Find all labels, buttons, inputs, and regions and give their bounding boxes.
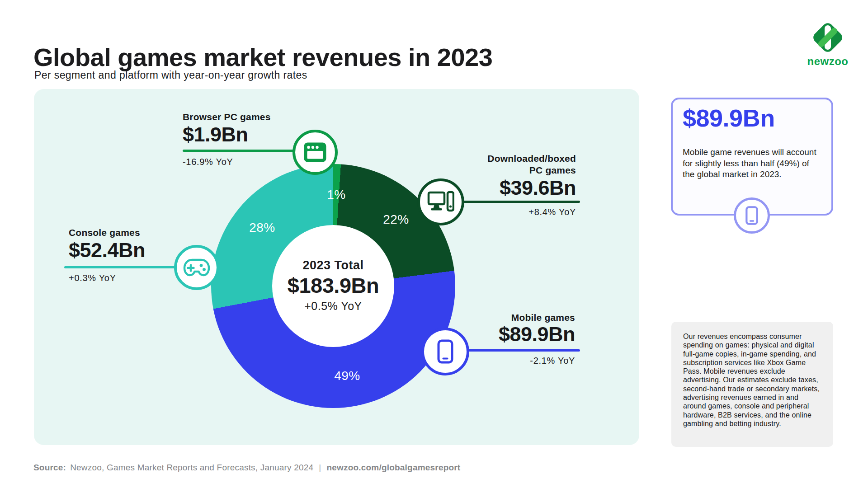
source-label: Source: xyxy=(33,463,66,473)
browser-window-icon xyxy=(303,142,327,163)
global-games-report-link[interactable]: newzoo.com/globalgamesreport xyxy=(326,463,460,473)
segment-value-console: $52.4Bn xyxy=(69,239,145,262)
donut-center-total: 2023 Total $183.9Bn +0.5% YoY xyxy=(265,258,401,314)
desktop-pc-icon xyxy=(427,191,454,213)
segment-yoy-downloaded: +8.4% YoY xyxy=(486,207,576,217)
segment-value-mobile: $89.9Bn xyxy=(462,323,575,346)
smartphone-icon xyxy=(745,205,758,226)
segment-yoy-browser: -16.9% YoY xyxy=(183,157,233,167)
footer-separator: | xyxy=(317,463,322,473)
newzoo-wordmark: newzoo xyxy=(800,55,856,68)
smartphone-icon xyxy=(437,339,453,364)
segment-icon-circle-console xyxy=(174,245,219,290)
source-text: Newzoo, Games Market Reports and Forecas… xyxy=(70,463,313,473)
methodology-note-text: Our revenues encompass consumer spending… xyxy=(683,332,821,428)
methodology-note-box: Our revenues encompass consumer spending… xyxy=(671,322,833,447)
source-footer: Source: Newzoo, Games Market Reports and… xyxy=(33,463,460,473)
total-value: $183.9Bn xyxy=(265,273,401,298)
slice-share-downloaded: 22% xyxy=(383,212,409,227)
page-title: Global games market revenues in 2023 xyxy=(33,42,492,72)
segment-yoy-mobile: -2.1% YoY xyxy=(471,356,575,366)
highlight-badge-circle xyxy=(734,197,770,234)
segment-name-downloaded: Downloaded/boxed PC games xyxy=(486,153,576,176)
segment-value-downloaded: $39.6Bn xyxy=(463,176,576,200)
segment-name-browser: Browser PC games xyxy=(183,111,271,123)
highlight-value: $89.9Bn xyxy=(683,104,775,132)
segment-icon-circle-browser xyxy=(292,130,338,175)
segment-name-mobile: Mobile games xyxy=(471,312,575,324)
segment-value-browser: $1.9Bn xyxy=(183,123,248,146)
page-subtitle: Per segment and platform with year-on-ye… xyxy=(34,69,307,81)
slice-share-mobile: 49% xyxy=(334,369,360,383)
slice-share-console: 28% xyxy=(249,221,275,235)
segment-icon-circle-downloaded xyxy=(417,178,464,225)
slice-share-browser: 1% xyxy=(327,188,345,202)
segment-name-console: Console games xyxy=(69,227,140,239)
segment-yoy-console: +0.3% YoY xyxy=(69,273,116,283)
total-yoy: +0.5% YoY xyxy=(265,298,401,314)
newzoo-logo-icon xyxy=(804,14,851,61)
total-label: 2023 Total xyxy=(265,258,401,273)
segment-icon-circle-mobile xyxy=(421,328,469,375)
gamepad-icon xyxy=(183,258,211,277)
highlight-text: Mobile game revenues will account for sl… xyxy=(683,147,822,180)
